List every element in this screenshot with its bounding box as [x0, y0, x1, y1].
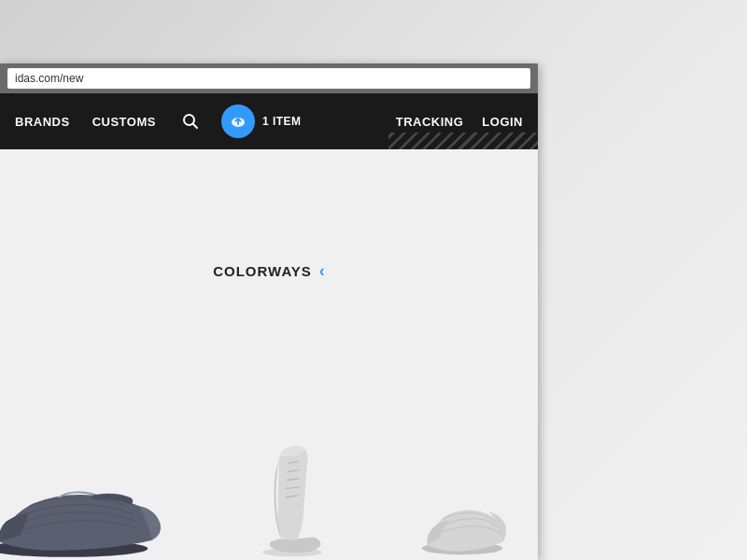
brands-nav-link[interactable]: BRANDS	[15, 115, 70, 129]
main-content: COLORWAYS ‹	[0, 149, 538, 560]
cart-button[interactable]: 1 ITEM	[221, 105, 302, 138]
browser-window: BRANDS CUSTOMS 1 ITEM TRACKING LOGIN	[0, 63, 538, 560]
tracking-nav-link[interactable]: TRACKING	[396, 115, 464, 129]
browser-toolbar	[0, 63, 538, 93]
colorways-chevron-icon: ‹	[319, 261, 325, 281]
colorways-section[interactable]: COLORWAYS ‹	[213, 261, 325, 281]
login-nav-link[interactable]: LOGIN	[482, 115, 523, 129]
colorways-label: COLORWAYS	[213, 263, 312, 279]
shoe-item-middle	[246, 429, 339, 560]
shoe-item-right	[416, 467, 509, 560]
cart-count-label: 1 ITEM	[262, 115, 302, 128]
shoe-item-left	[0, 439, 169, 560]
nav-right-links: TRACKING LOGIN	[396, 115, 523, 129]
nav-bar: BRANDS CUSTOMS 1 ITEM TRACKING LOGIN	[0, 93, 538, 149]
shoes-row	[0, 411, 538, 560]
stripe-decoration	[388, 133, 538, 149]
cart-icon	[221, 105, 255, 138]
svg-line-1	[192, 124, 197, 129]
address-bar[interactable]	[7, 68, 530, 89]
customs-nav-link[interactable]: CUSTOMS	[92, 115, 156, 129]
search-button[interactable]	[182, 113, 199, 130]
